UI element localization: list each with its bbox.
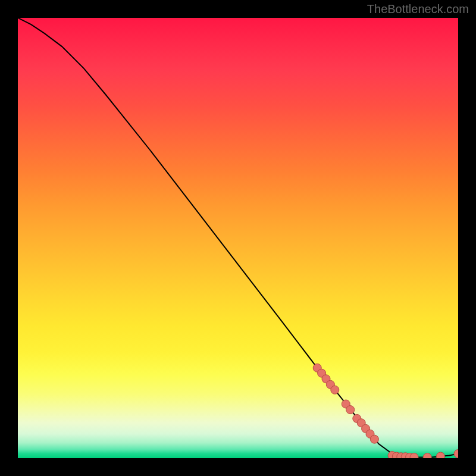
data-marker xyxy=(331,386,339,394)
data-marker xyxy=(423,453,431,459)
data-marker xyxy=(436,452,444,458)
chart-plot-area xyxy=(18,18,458,458)
data-marker xyxy=(346,406,355,414)
bottleneck-curve xyxy=(18,18,458,458)
data-marker xyxy=(370,435,378,443)
attribution-label: TheBottleneck.com xyxy=(367,2,469,16)
chart-svg xyxy=(18,18,458,458)
marker-group xyxy=(313,364,458,458)
data-marker xyxy=(454,450,458,458)
